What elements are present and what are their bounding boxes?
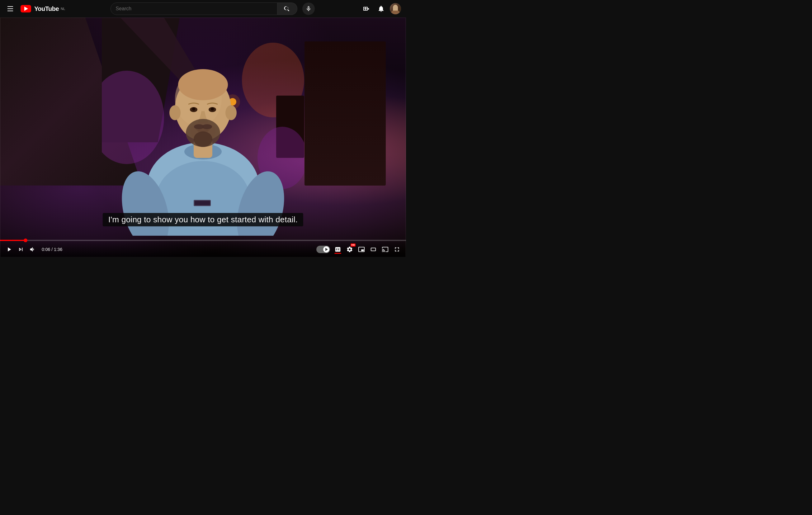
search-form <box>111 2 297 15</box>
settings-wrap: HD <box>344 244 355 255</box>
cast-button[interactable] <box>380 244 390 255</box>
svg-point-20 <box>178 69 228 100</box>
volume-icon <box>29 246 36 253</box>
logo-country: NL <box>61 7 65 10</box>
gear-icon <box>346 246 353 253</box>
account-button[interactable] <box>390 3 401 14</box>
create-icon <box>362 5 370 12</box>
fullscreen-button[interactable] <box>392 244 402 255</box>
time-display: 0:06 / 1:36 <box>39 247 65 252</box>
notifications-button[interactable] <box>375 2 387 15</box>
play-button[interactable] <box>4 244 14 255</box>
next-button[interactable] <box>16 244 26 255</box>
menu-button[interactable] <box>5 4 16 14</box>
video-player[interactable]: I'm going to show you how to get started… <box>0 18 406 258</box>
svg-point-30 <box>194 132 212 147</box>
hd-badge: HD <box>351 244 355 247</box>
svg-point-32 <box>225 105 237 120</box>
miniplayer-button[interactable] <box>356 244 367 255</box>
search-input[interactable] <box>116 6 272 11</box>
svg-point-1 <box>390 10 400 14</box>
cast-icon <box>382 246 388 253</box>
mic-icon <box>306 6 312 12</box>
youtube-logo[interactable]: YouTube NL <box>21 5 65 12</box>
svg-point-23 <box>192 108 195 111</box>
theater-icon <box>370 246 377 253</box>
search-icon <box>284 6 290 12</box>
search-input-wrap <box>111 2 278 15</box>
svg-point-29 <box>202 124 212 129</box>
autoplay-knob <box>323 246 329 253</box>
cc-active-indicator <box>335 253 341 254</box>
youtube-icon <box>21 5 31 12</box>
svg-point-24 <box>211 108 214 111</box>
controls-bar: 0:06 / 1:36 HD <box>0 241 406 258</box>
header-right <box>360 2 401 15</box>
theater-button[interactable] <box>368 244 379 255</box>
video-person <box>102 18 304 236</box>
next-icon <box>18 246 24 253</box>
miniplayer-icon <box>358 246 365 253</box>
avatar-image <box>390 3 401 14</box>
volume-button[interactable] <box>27 244 38 255</box>
create-button[interactable] <box>360 2 372 15</box>
svg-rect-2 <box>393 7 398 10</box>
voice-search-button[interactable] <box>302 2 315 15</box>
cc-icon <box>335 246 341 253</box>
autoplay-toggle[interactable] <box>316 246 330 253</box>
bell-icon <box>377 5 385 12</box>
svg-rect-16 <box>195 201 210 205</box>
logo-text: YouTube <box>34 5 59 12</box>
avatar <box>390 3 401 14</box>
cc-button[interactable] <box>332 244 343 255</box>
svg-point-31 <box>169 105 181 120</box>
header: YouTube NL <box>0 0 406 18</box>
header-center <box>67 2 357 15</box>
fullscreen-icon <box>394 246 400 253</box>
header-left: YouTube NL <box>5 4 65 14</box>
play-icon <box>6 246 12 253</box>
search-button[interactable] <box>278 2 297 15</box>
subtitle-text: I'm going to show you how to get started… <box>103 213 303 226</box>
